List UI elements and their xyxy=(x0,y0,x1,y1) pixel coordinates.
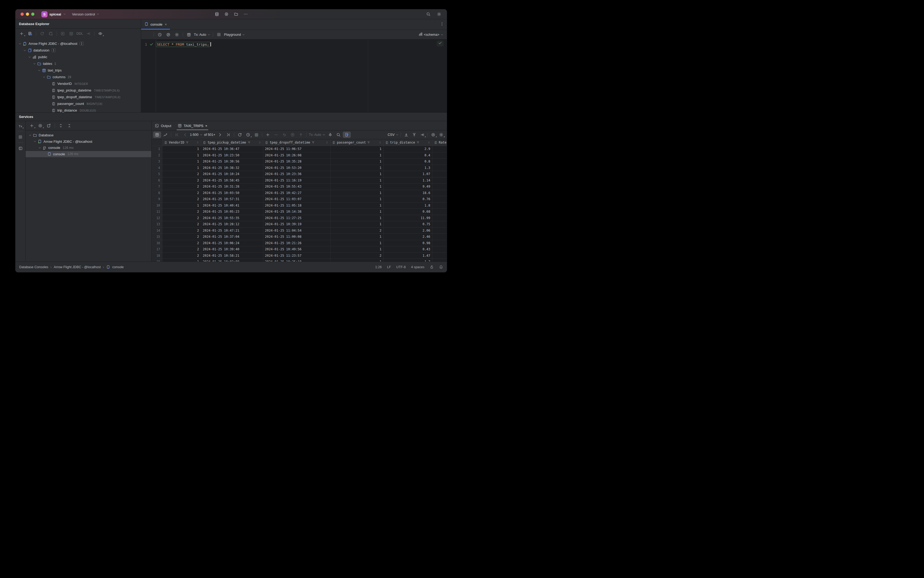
column-header-tpep_pickup_datetime[interactable]: tpep_pickup_datetime xyxy=(201,139,263,146)
chevron-down-icon[interactable] xyxy=(42,76,46,79)
cell[interactable] xyxy=(433,165,447,171)
cell[interactable]: 2 xyxy=(162,227,201,234)
cell[interactable] xyxy=(433,183,447,190)
settings-gear-button[interactable] xyxy=(435,11,443,17)
cell[interactable]: 2024-01-25 10:21:26 xyxy=(263,240,331,246)
breadcrumb-item[interactable]: console xyxy=(112,265,124,269)
cell[interactable]: 1 xyxy=(331,203,384,209)
cell[interactable]: 2024-01-25 10:53:20 xyxy=(263,165,331,171)
tree-item-datafusion[interactable]: datafusion1 xyxy=(15,47,141,54)
breadcrumb-item[interactable]: Arrow Flight JDBC - @localhost xyxy=(53,265,101,269)
schema-selector[interactable]: <schema> xyxy=(418,31,444,38)
cell[interactable]: 2 xyxy=(162,190,201,196)
cell[interactable]: 1 xyxy=(331,234,384,240)
cell[interactable]: 18.6 xyxy=(384,190,433,196)
cell[interactable]: 2 xyxy=(331,253,384,259)
cell[interactable]: 1 xyxy=(331,177,384,183)
cell[interactable]: 1 xyxy=(162,203,201,209)
chevron-down-icon[interactable] xyxy=(37,69,41,72)
jump-to-ddl-button[interactable] xyxy=(84,31,92,37)
folder-button[interactable] xyxy=(232,11,240,18)
cell[interactable]: 2 xyxy=(162,177,201,183)
gear-button[interactable] xyxy=(173,31,181,38)
cell[interactable]: 2024-01-25 10:37:04 xyxy=(201,234,263,240)
export-jump-button[interactable] xyxy=(418,132,426,138)
cell[interactable] xyxy=(433,227,447,234)
sort-icon[interactable] xyxy=(326,141,329,144)
database-button[interactable] xyxy=(213,11,221,18)
open-new-button[interactable] xyxy=(45,122,53,129)
cell[interactable]: 2024-01-25 10:36:47 xyxy=(201,146,263,152)
cell[interactable]: 2024-01-25 10:42:27 xyxy=(263,190,331,196)
first-page-button[interactable] xyxy=(173,132,181,138)
cell[interactable]: 2024-01-25 10:10:24 xyxy=(201,171,263,177)
cell[interactable]: 1 xyxy=(331,196,384,202)
row-number[interactable]: 13 xyxy=(151,221,162,227)
tree-item-trip-distance[interactable]: trip_distanceDOUBLE(0) xyxy=(15,107,141,112)
cell[interactable]: 2024-01-25 11:16:19 xyxy=(263,177,331,183)
row-number[interactable]: 12 xyxy=(151,215,162,221)
row-number[interactable]: 10 xyxy=(151,203,162,209)
inspection-status-widget[interactable] xyxy=(437,41,444,46)
cell[interactable]: 0.76 xyxy=(384,196,433,202)
cell[interactable]: 2024-01-25 10:23:50 xyxy=(201,153,263,159)
cell[interactable]: 1 xyxy=(331,215,384,221)
cell[interactable]: 1 xyxy=(331,190,384,196)
panel-left-button[interactable] xyxy=(16,145,24,151)
cell[interactable]: 1 xyxy=(162,159,201,165)
filter-funnel-icon[interactable] xyxy=(186,141,189,144)
cell[interactable]: 0.4 xyxy=(384,153,433,159)
sql-statement[interactable]: SELECT * FROM taxi_trips; xyxy=(156,42,210,47)
cell[interactable] xyxy=(433,190,447,196)
cell[interactable] xyxy=(433,234,447,240)
cell[interactable]: 0.75 xyxy=(384,221,433,227)
chevron-down-icon[interactable] xyxy=(27,55,32,59)
cell[interactable]: 2024-01-25 11:06:57 xyxy=(263,146,331,152)
table-view-button[interactable] xyxy=(67,31,75,37)
close-tab-icon[interactable]: × xyxy=(165,23,167,26)
cell[interactable]: 2 xyxy=(162,246,201,252)
cell[interactable]: 0.8 xyxy=(384,159,433,165)
chevron-down-icon[interactable] xyxy=(32,62,37,65)
cell[interactable]: 2024-01-25 10:58:45 xyxy=(201,177,263,183)
search-button[interactable] xyxy=(334,132,342,138)
settings-gear-button[interactable] xyxy=(437,132,445,138)
row-number[interactable]: 17 xyxy=(151,246,162,252)
close-window-button[interactable] xyxy=(21,13,24,16)
row-number[interactable]: 4 xyxy=(151,165,162,171)
filter-funnel-icon[interactable] xyxy=(311,141,315,144)
cell[interactable]: 1 xyxy=(331,159,384,165)
cell[interactable]: 1 xyxy=(162,259,201,261)
cell[interactable]: 2024-01-25 10:49:56 xyxy=(263,246,331,252)
cell[interactable]: 2 xyxy=(162,253,201,259)
cell[interactable]: 2024-01-25 10:03:50 xyxy=(201,190,263,196)
cell[interactable]: 1 xyxy=(331,165,384,171)
filter-panel-button[interactable] xyxy=(343,132,351,138)
column-header-trip_distance[interactable]: trip_distance xyxy=(384,139,433,146)
ddl-button[interactable]: DDL xyxy=(76,31,84,37)
cell[interactable] xyxy=(433,246,447,252)
tab-output[interactable]: Output xyxy=(151,121,175,130)
transactions-view-button[interactable]: Tx xyxy=(18,124,23,128)
cell[interactable]: 1.14 xyxy=(384,177,433,183)
tree-item-vendorid[interactable]: VendorIDINTEGER xyxy=(15,80,141,87)
cell[interactable]: 2.46 xyxy=(384,234,433,240)
minimize-window-button[interactable] xyxy=(26,13,29,16)
cell[interactable]: 1 xyxy=(162,146,201,152)
status-lf[interactable]: LF xyxy=(387,265,391,269)
ellipsis-button[interactable] xyxy=(242,11,250,18)
cell[interactable]: 2024-01-25 10:28:12 xyxy=(201,221,263,227)
row-number[interactable]: 16 xyxy=(151,240,162,246)
filter-funnel-icon[interactable] xyxy=(417,141,420,144)
project-widget[interactable]: S spiceai xyxy=(41,11,66,17)
cell[interactable]: 2 xyxy=(162,215,201,221)
clock-button[interactable] xyxy=(244,132,252,138)
cell[interactable]: 2024-01-25 10:31:28 xyxy=(201,183,263,190)
cell[interactable]: 1 xyxy=(331,209,384,215)
cell[interactable]: 1 xyxy=(331,240,384,246)
cell[interactable]: 2024-01-25 10:05:23 xyxy=(201,209,263,215)
cell[interactable]: 2024-01-25 10:26:08 xyxy=(263,153,331,159)
cell[interactable]: 2024-01-25 11:23:57 xyxy=(263,253,331,259)
add-row-button[interactable] xyxy=(264,132,272,138)
cell[interactable]: 1 xyxy=(331,221,384,227)
